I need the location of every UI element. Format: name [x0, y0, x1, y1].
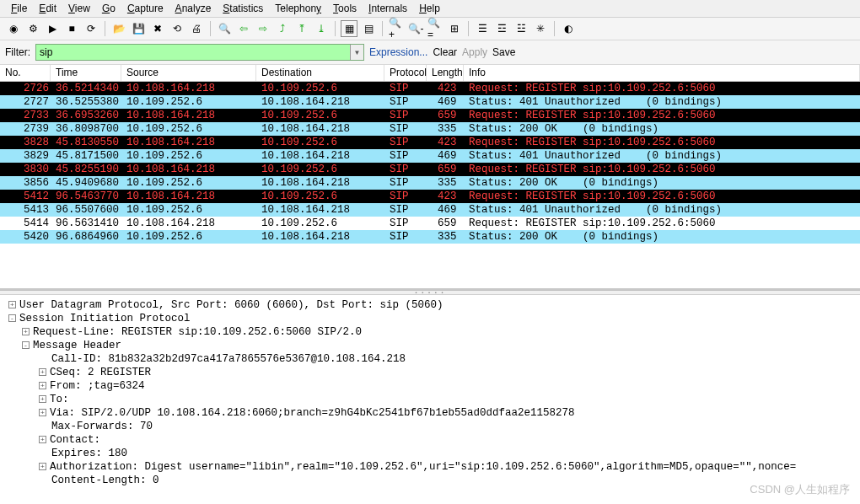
column-destination[interactable]: Destination: [256, 65, 384, 81]
detail-tree-row[interactable]: +Request-Line: REGISTER sip:10.109.252.6…: [22, 325, 855, 339]
menu-internals[interactable]: Internals: [363, 1, 413, 16]
column-info[interactable]: Info: [464, 65, 860, 81]
expand-icon[interactable]: +: [39, 436, 46, 443]
column-no[interactable]: No.: [0, 65, 51, 81]
toolbar-separator: [105, 21, 105, 36]
column-source[interactable]: Source: [121, 65, 256, 81]
find-icon[interactable]: 🔍: [216, 20, 233, 37]
expression-button[interactable]: Expression...: [369, 46, 427, 58]
start-capture-icon[interactable]: ▶: [44, 20, 61, 37]
go-last-icon[interactable]: ⤓: [313, 20, 330, 37]
table-row[interactable]: 272636.521434010.108.164.21810.109.252.6…: [0, 82, 860, 95]
table-row[interactable]: 382845.813055010.108.164.21810.109.252.6…: [0, 136, 860, 149]
menu-go[interactable]: Go: [96, 1, 121, 16]
detail-tree-row[interactable]: +Via: SIP/2.0/UDP 10.108.164.218:6060;br…: [39, 406, 855, 420]
filter-input[interactable]: [35, 44, 364, 61]
detail-tree-row[interactable]: Max-Forwards: 70: [39, 420, 855, 433]
menu-telephony[interactable]: Telephony: [269, 1, 327, 16]
reload-icon[interactable]: ⟲: [169, 20, 185, 37]
table-row[interactable]: 273336.695326010.108.164.21810.109.252.6…: [0, 109, 860, 122]
detail-text: Contact:: [50, 434, 107, 446]
go-forward-icon[interactable]: ⇨: [255, 20, 271, 37]
go-first-icon[interactable]: ⤒: [293, 20, 310, 37]
capture-filters-icon[interactable]: ☰: [474, 20, 491, 37]
table-row[interactable]: 385645.940968010.109.252.610.108.164.218…: [0, 176, 860, 190]
table-row[interactable]: 541496.563141010.108.164.21810.109.252.6…: [0, 217, 860, 230]
colorize-icon[interactable]: ▦: [341, 20, 357, 37]
table-row[interactable]: 542096.686496010.109.252.610.108.164.218…: [0, 230, 860, 244]
column-protocol[interactable]: Protocol: [384, 65, 427, 81]
expand-icon[interactable]: +: [39, 395, 46, 403]
column-time[interactable]: Time: [51, 65, 121, 81]
apply-button[interactable]: Apply: [462, 46, 487, 58]
detail-text: To:: [50, 394, 75, 405]
table-row[interactable]: 541396.550760010.109.252.610.108.164.218…: [0, 203, 860, 217]
expand-icon[interactable]: +: [39, 368, 46, 376]
zoom-reset-icon[interactable]: 🔍=: [427, 20, 443, 37]
toolbar-separator: [210, 21, 211, 36]
detail-text: CSeq: 2 REGISTER: [50, 367, 151, 378]
restart-capture-icon[interactable]: ⟳: [83, 20, 99, 37]
detail-tree-row[interactable]: +From: ;tag=6324: [39, 379, 855, 393]
detail-tree-row[interactable]: +Authorization: Digest username="libin",…: [39, 460, 855, 474]
expand-icon[interactable]: +: [39, 463, 46, 470]
menu-tools[interactable]: Tools: [327, 1, 363, 16]
collapse-icon[interactable]: -: [22, 341, 30, 349]
options-icon[interactable]: ⚙: [24, 20, 41, 37]
detail-tree-row[interactable]: Expires: 180: [39, 447, 855, 460]
zoom-out-icon[interactable]: 🔍-: [407, 20, 424, 37]
display-filters-icon[interactable]: ☲: [493, 20, 510, 37]
table-row[interactable]: 383045.825519010.108.164.21810.109.252.6…: [0, 163, 860, 176]
expand-icon[interactable]: +: [39, 409, 46, 416]
detail-tree-row[interactable]: +To:: [39, 393, 855, 406]
menu-help[interactable]: Help: [413, 1, 446, 16]
table-row[interactable]: 273936.809870010.109.252.610.108.164.218…: [0, 122, 860, 136]
go-back-icon[interactable]: ⇦: [235, 20, 252, 37]
go-to-icon[interactable]: ⤴: [274, 20, 291, 37]
detail-tree-row[interactable]: +CSeq: 2 REGISTER: [39, 366, 855, 379]
detail-tree-row[interactable]: +User Datagram Protocol, Src Port: 6060 …: [8, 298, 855, 312]
detail-text: Authorization: Digest username="libin",r…: [50, 461, 796, 473]
packet-list-header[interactable]: No. Time Source Destination Protocol Len…: [0, 65, 860, 82]
expand-icon[interactable]: +: [8, 301, 16, 308]
menu-edit[interactable]: Edit: [33, 1, 62, 16]
print-icon[interactable]: 🖨: [188, 20, 205, 37]
zoom-in-icon[interactable]: 🔍+: [388, 20, 405, 37]
detail-tree-row[interactable]: -Message Header: [22, 339, 855, 352]
packet-details-pane[interactable]: +User Datagram Protocol, Src Port: 6060 …: [0, 295, 860, 504]
packet-list-body[interactable]: 272636.521434010.108.164.21810.109.252.6…: [0, 82, 860, 244]
preferences-icon[interactable]: ✳: [532, 20, 549, 37]
open-file-icon[interactable]: 📂: [110, 20, 127, 37]
main-toolbar: ◉ ⚙ ▶ ■ ⟳ 📂 💾 ✖ ⟲ 🖨 🔍 ⇦ ⇨ ⤴ ⤒ ⤓ ▦ ▤ 🔍+ 🔍…: [0, 18, 860, 40]
menu-view[interactable]: View: [62, 1, 96, 16]
column-length[interactable]: Length: [427, 65, 464, 81]
help-icon[interactable]: ◐: [560, 20, 577, 37]
interfaces-icon[interactable]: ◉: [5, 20, 22, 37]
menu-statistics[interactable]: Statistics: [217, 1, 269, 16]
expand-icon[interactable]: +: [39, 382, 46, 389]
table-row[interactable]: 272736.525538010.109.252.610.108.164.218…: [0, 95, 860, 109]
autoscroll-icon[interactable]: ▤: [360, 20, 377, 37]
detail-tree-row[interactable]: +Contact:: [39, 433, 855, 447]
detail-text: Via: SIP/2.0/UDP 10.108.164.218:6060;bra…: [50, 407, 575, 419]
stop-capture-icon[interactable]: ■: [63, 20, 80, 37]
menu-analyze[interactable]: Analyze: [169, 1, 218, 16]
resize-cols-icon[interactable]: ⊞: [446, 20, 463, 37]
expand-icon[interactable]: +: [22, 328, 30, 335]
save-file-icon[interactable]: 💾: [130, 20, 147, 37]
clear-button[interactable]: Clear: [433, 46, 457, 58]
save-button[interactable]: Save: [492, 46, 515, 58]
detail-tree-row[interactable]: -Session Initiation Protocol: [8, 312, 855, 325]
table-row[interactable]: 382945.817150010.109.252.610.108.164.218…: [0, 149, 860, 163]
detail-tree-row[interactable]: Call-ID: 81b832a32b2d97ca417a7865576e536…: [39, 352, 855, 366]
collapse-icon[interactable]: -: [8, 314, 16, 322]
filter-dropdown-icon[interactable]: ▼: [350, 45, 363, 60]
detail-text: User Datagram Protocol, Src Port: 6060 (…: [19, 299, 443, 311]
menu-capture[interactable]: Capture: [121, 1, 169, 16]
close-file-icon[interactable]: ✖: [149, 20, 166, 37]
toolbar-separator: [554, 21, 555, 36]
menu-file[interactable]: File: [5, 1, 33, 16]
coloring-rules-icon[interactable]: ☳: [513, 20, 529, 37]
table-row[interactable]: 541296.546377010.108.164.21810.109.252.6…: [0, 190, 860, 203]
detail-tree-row[interactable]: Content-Length: 0: [39, 474, 855, 487]
